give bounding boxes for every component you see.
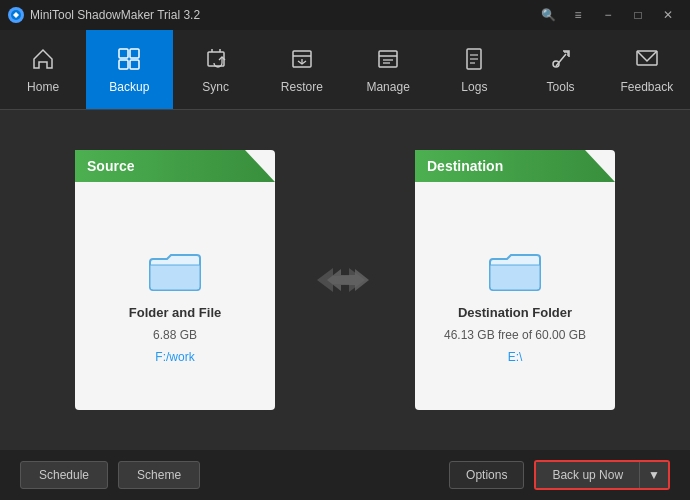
main-content: Source Folder and File 6.88 GB F:/work D… xyxy=(0,110,690,450)
window-controls: 🔍 ≡ − □ ✕ xyxy=(534,5,682,25)
schedule-button[interactable]: Schedule xyxy=(20,461,108,489)
nav-bar: Home Backup Sync xyxy=(0,30,690,110)
nav-item-tools[interactable]: Tools xyxy=(518,30,604,109)
nav-item-backup[interactable]: Backup xyxy=(86,30,172,109)
source-card[interactable]: Source Folder and File 6.88 GB F:/work xyxy=(75,150,275,410)
source-header-label: Source xyxy=(87,158,134,174)
destination-card-body: Destination Folder 46.13 GB free of 60.0… xyxy=(444,200,586,410)
destination-header: Destination xyxy=(415,150,615,182)
svg-rect-1 xyxy=(119,49,128,58)
destination-card[interactable]: Destination Destination Folder 46.13 GB … xyxy=(415,150,615,410)
source-title: Folder and File xyxy=(129,305,221,320)
backup-now-button[interactable]: Back up Now xyxy=(536,462,639,488)
search-button[interactable]: 🔍 xyxy=(534,5,562,25)
bottom-left-buttons: Schedule Scheme xyxy=(20,461,200,489)
svg-rect-4 xyxy=(130,60,139,69)
nav-label-feedback: Feedback xyxy=(621,80,674,94)
nav-item-logs[interactable]: Logs xyxy=(431,30,517,109)
nav-label-backup: Backup xyxy=(109,80,149,94)
tools-icon xyxy=(548,46,574,76)
options-button[interactable]: Options xyxy=(449,461,524,489)
bottom-bar: Schedule Scheme Options Back up Now ▼ xyxy=(0,450,690,500)
maximize-button[interactable]: □ xyxy=(624,5,652,25)
scheme-button[interactable]: Scheme xyxy=(118,461,200,489)
nav-label-manage: Manage xyxy=(366,80,409,94)
arrow-container xyxy=(315,260,375,300)
source-path: F:/work xyxy=(155,350,194,364)
source-size: 6.88 GB xyxy=(153,328,197,342)
svg-rect-3 xyxy=(119,60,128,69)
source-header: Source xyxy=(75,150,275,182)
nav-item-home[interactable]: Home xyxy=(0,30,86,109)
logs-icon xyxy=(461,46,487,76)
svg-rect-9 xyxy=(379,51,397,67)
nav-label-sync: Sync xyxy=(202,80,229,94)
minimize-button[interactable]: − xyxy=(594,5,622,25)
destination-header-label: Destination xyxy=(427,158,503,174)
backup-dropdown-button[interactable]: ▼ xyxy=(639,462,668,488)
destination-folder-icon xyxy=(485,247,545,297)
forward-arrow-icon xyxy=(315,260,375,300)
restore-icon xyxy=(289,46,315,76)
nav-label-home: Home xyxy=(27,80,59,94)
source-folder-icon xyxy=(145,247,205,297)
close-button[interactable]: ✕ xyxy=(654,5,682,25)
title-bar: MiniTool ShadowMaker Trial 3.2 🔍 ≡ − □ ✕ xyxy=(0,0,690,30)
nav-label-tools: Tools xyxy=(547,80,575,94)
source-card-body: Folder and File 6.88 GB F:/work xyxy=(129,200,221,410)
nav-item-restore[interactable]: Restore xyxy=(259,30,345,109)
destination-title: Destination Folder xyxy=(458,305,572,320)
app-icon xyxy=(8,7,24,23)
manage-icon xyxy=(375,46,401,76)
svg-rect-2 xyxy=(130,49,139,58)
backup-icon xyxy=(116,46,142,76)
home-icon xyxy=(30,46,56,76)
sync-icon xyxy=(203,46,229,76)
nav-item-sync[interactable]: Sync xyxy=(173,30,259,109)
destination-path: E:\ xyxy=(508,350,523,364)
title-bar-left: MiniTool ShadowMaker Trial 3.2 xyxy=(8,7,200,23)
bottom-right-buttons: Options Back up Now ▼ xyxy=(449,460,670,490)
nav-label-logs: Logs xyxy=(461,80,487,94)
backup-now-group: Back up Now ▼ xyxy=(534,460,670,490)
menu-button[interactable]: ≡ xyxy=(564,5,592,25)
nav-item-feedback[interactable]: Feedback xyxy=(604,30,690,109)
nav-label-restore: Restore xyxy=(281,80,323,94)
app-title: MiniTool ShadowMaker Trial 3.2 xyxy=(30,8,200,22)
nav-item-manage[interactable]: Manage xyxy=(345,30,431,109)
feedback-icon xyxy=(634,46,660,76)
destination-size: 46.13 GB free of 60.00 GB xyxy=(444,328,586,342)
